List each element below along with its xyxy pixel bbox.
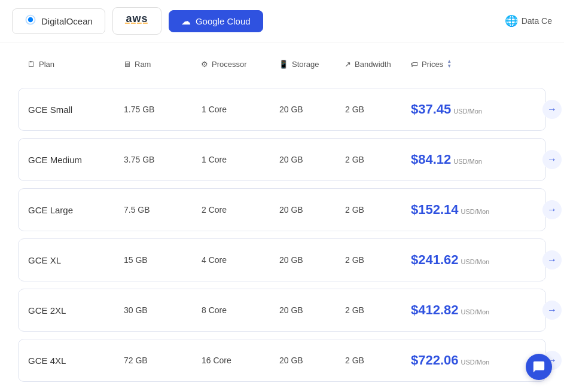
cell-storage: 20 GB (279, 105, 345, 114)
datacenter-button[interactable]: 🌐 Data Ce (505, 14, 552, 27)
cell-price: $37.45 USD/Mon (411, 102, 542, 117)
table-row[interactable]: GCE XL 15 GB 4 Core 20 GB 2 GB $241.62 U… (18, 238, 546, 281)
price-sort-icon: ▲▼ (447, 59, 452, 69)
chat-bubble-button[interactable] (526, 354, 552, 380)
cell-plan: GCE Small (28, 105, 124, 115)
cell-ram: 72 GB (124, 356, 202, 365)
svg-point-0 (28, 17, 33, 22)
storage-icon: 📱 (279, 60, 288, 69)
cell-ram: 30 GB (124, 305, 202, 315)
cell-bandwidth: 2 GB (345, 155, 411, 164)
row-arrow-button[interactable]: → (542, 200, 562, 219)
cloud-icon: ☁ (181, 16, 191, 27)
col-ram: 🖥 Ram (123, 60, 201, 69)
provider-digitalocean[interactable]: DigitalOcean (12, 8, 105, 34)
cell-bandwidth: 2 GB (345, 105, 411, 114)
provider-bar: DigitalOcean aws ▔▔▔▔ ☁ Google Cloud 🌐 D… (0, 0, 564, 42)
plan-icon: 🗒 (28, 60, 35, 69)
table-row[interactable]: GCE 4XL 72 GB 16 Core 20 GB 2 GB $722.06… (18, 339, 546, 382)
cell-ram: 1.75 GB (124, 105, 202, 114)
price-unit: USD/Mon (461, 308, 490, 316)
table-row[interactable]: GCE Small 1.75 GB 1 Core 20 GB 2 GB $37.… (18, 88, 546, 131)
price-value: $152.14 (411, 202, 459, 218)
price-unit: USD/Mon (453, 158, 482, 165)
price-unit: USD/Mon (453, 108, 482, 115)
globe-icon: 🌐 (505, 14, 518, 27)
price-value: $84.12 (411, 152, 451, 167)
cell-ram: 3.75 GB (124, 155, 202, 164)
cell-storage: 20 GB (279, 356, 345, 365)
cell-processor: 8 Core (202, 305, 279, 315)
row-arrow-button[interactable]: → (542, 150, 562, 169)
provider-do-label: DigitalOcean (41, 16, 93, 26)
row-arrow-button[interactable]: → (542, 250, 562, 270)
provider-aws[interactable]: aws ▔▔▔▔ (112, 7, 161, 35)
provider-google-label: Google Cloud (196, 16, 251, 26)
price-value: $37.45 (411, 102, 451, 117)
aws-logo: aws ▔▔▔▔ (125, 13, 149, 29)
cell-storage: 20 GB (279, 205, 345, 215)
cell-price: $722.06 USD/Mon (411, 353, 542, 368)
provider-google[interactable]: ☁ Google Cloud (169, 10, 263, 32)
datacenter-label: Data Ce (522, 16, 552, 26)
main-content: 🗒 Plan 🖥 Ram ⚙ Processor 📱 Storage ↗ Ban… (0, 42, 564, 392)
table-row[interactable]: GCE Medium 3.75 GB 1 Core 20 GB 2 GB $84… (18, 138, 546, 181)
cell-storage: 20 GB (279, 255, 345, 265)
col-processor: ⚙ Processor (201, 60, 279, 69)
column-headers: 🗒 Plan 🖥 Ram ⚙ Processor 📱 Storage ↗ Ban… (18, 54, 564, 74)
ram-icon: 🖥 (123, 60, 131, 69)
col-plan: 🗒 Plan (28, 60, 123, 69)
cell-processor: 16 Core (202, 356, 279, 365)
cell-ram: 7.5 GB (124, 205, 202, 215)
do-icon (25, 14, 36, 29)
processor-icon: ⚙ (201, 60, 208, 69)
row-arrow-button[interactable]: → (542, 301, 562, 320)
cell-storage: 20 GB (279, 155, 345, 164)
cell-bandwidth: 2 GB (345, 205, 411, 215)
bandwidth-icon: ↗ (345, 60, 351, 69)
cell-processor: 1 Core (202, 105, 279, 114)
price-unit: USD/Mon (461, 258, 490, 265)
price-value: $412.82 (411, 302, 459, 318)
price-value: $241.62 (411, 252, 459, 268)
column-header-section: 🗒 Plan 🖥 Ram ⚙ Processor 📱 Storage ↗ Ban… (18, 54, 546, 78)
price-unit: USD/Mon (461, 208, 490, 215)
cell-plan: GCE Medium (28, 155, 124, 165)
cell-bandwidth: 2 GB (345, 255, 411, 265)
cell-processor: 1 Core (202, 155, 279, 164)
table-row[interactable]: GCE 2XL 30 GB 8 Core 20 GB 2 GB $412.82 … (18, 289, 546, 332)
prices-icon: 🏷 (410, 60, 418, 69)
cell-bandwidth: 2 GB (345, 305, 411, 315)
cell-plan: GCE Large (28, 205, 124, 215)
col-prices: 🏷 Prices ▲▼ (410, 59, 542, 69)
cell-price: $241.62 USD/Mon (411, 252, 542, 268)
row-arrow-button[interactable]: → (542, 100, 562, 119)
col-bandwidth: ↗ Bandwidth (345, 60, 410, 69)
cell-plan: GCE 4XL (28, 356, 124, 366)
cell-processor: 4 Core (202, 255, 279, 265)
cell-plan: GCE XL (28, 255, 124, 265)
col-storage: 📱 Storage (279, 60, 345, 69)
cell-bandwidth: 2 GB (345, 356, 411, 365)
cell-price: $152.14 USD/Mon (411, 202, 542, 218)
price-value: $722.06 (411, 353, 459, 368)
cell-price: $84.12 USD/Mon (411, 152, 542, 167)
cell-processor: 2 Core (202, 205, 279, 215)
cell-price: $412.82 USD/Mon (411, 302, 542, 318)
rows-container: GCE Small 1.75 GB 1 Core 20 GB 2 GB $37.… (18, 88, 546, 382)
table-row[interactable]: GCE Large 7.5 GB 2 Core 20 GB 2 GB $152.… (18, 188, 546, 231)
cell-storage: 20 GB (279, 305, 345, 315)
cell-ram: 15 GB (124, 255, 202, 265)
price-unit: USD/Mon (461, 359, 490, 366)
cell-plan: GCE 2XL (28, 305, 124, 316)
